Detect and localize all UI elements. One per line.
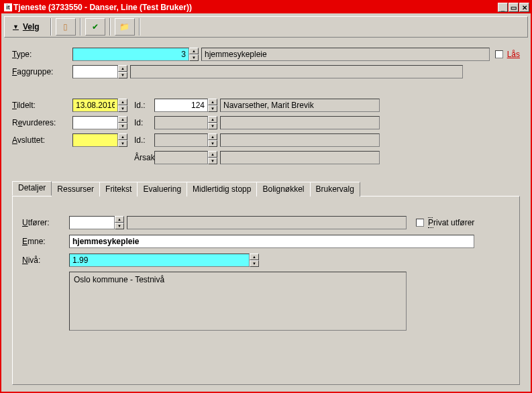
- tildelt-label: Tildelt:: [12, 101, 72, 110]
- spin-down-icon[interactable]: ▼: [189, 54, 199, 61]
- tabpanel-detaljer: Utfører: ▲▼ Privat utfører Emne:: [12, 196, 520, 385]
- app-icon: it: [4, 3, 12, 11]
- type-row: TType:ype: ▲▼ hjemmesykepleie Lås: [12, 47, 520, 62]
- spin-up-icon[interactable]: ▲: [118, 99, 127, 105]
- spin-up-icon[interactable]: ▲: [208, 151, 217, 158]
- type-code-input[interactable]: [72, 48, 189, 61]
- folder-icon: 📁: [119, 22, 129, 32]
- id1-spin[interactable]: ▲▼: [154, 99, 217, 112]
- tab-brukervalg[interactable]: Brukervalg: [310, 182, 360, 196]
- faggruppe-code-spin[interactable]: ▲▼: [72, 65, 127, 78]
- utforer-code-spin[interactable]: ▲▼: [69, 216, 124, 229]
- tab-midlertidig-stopp[interactable]: Midlertidig stopp: [187, 182, 257, 196]
- velg-menu[interactable]: ▼ Velg: [6, 19, 46, 34]
- spin-up-icon[interactable]: ▲: [118, 116, 127, 123]
- niva-text-row: Oslo kommune - Testnivå: [22, 272, 510, 331]
- avsluttet-row: Avsluttet: ▲▼ Id.: ▲▼: [12, 133, 520, 148]
- niva-label: Nivå:: [22, 256, 69, 265]
- arsak-spin[interactable]: ▲▼: [154, 151, 217, 164]
- faggruppe-code-input[interactable]: [72, 65, 118, 78]
- title-label: Tjeneste (3733550 - Danser, Line (Test B…: [13, 3, 192, 12]
- niva-textbox: Oslo kommune - Testnivå: [69, 272, 407, 331]
- minimize-button[interactable]: _: [498, 3, 508, 12]
- separator: [139, 18, 140, 36]
- id2-label: Id:: [127, 118, 154, 127]
- spin-up-icon[interactable]: ▲: [118, 65, 127, 72]
- id1-name-field: Navarsether, Marit Brevik: [220, 99, 380, 112]
- arsak-input[interactable]: [154, 151, 208, 164]
- tab-bolignokkel[interactable]: Bolignøkkel: [256, 182, 310, 196]
- spin-down-icon[interactable]: ▼: [118, 72, 127, 78]
- window-title: it Tjeneste (3733550 - Danser, Line (Tes…: [3, 3, 497, 12]
- spin-down-icon[interactable]: ▼: [118, 105, 127, 112]
- toolbar-btn-3[interactable]: 📁: [115, 18, 135, 36]
- avsluttet-label: Avsluttet:: [12, 135, 72, 145]
- chevron-down-icon: ▼: [13, 23, 19, 30]
- tabs-container: Detaljer Ressurser Fritekst Evaluering M…: [12, 181, 520, 385]
- tab-evaluering[interactable]: Evaluering: [137, 182, 187, 196]
- arsak-row: Årsak ▲▼: [12, 150, 520, 165]
- revurderes-date-input[interactable]: [72, 116, 118, 129]
- spin-up-icon[interactable]: ▲: [208, 99, 217, 105]
- type-desc-field: hjemmesykepleie: [201, 48, 490, 61]
- spin-down-icon[interactable]: ▼: [118, 140, 127, 147]
- revurderes-label: Revurderes:: [12, 118, 72, 127]
- revurderes-date-spin[interactable]: ▲▼: [72, 116, 127, 129]
- id3-spin[interactable]: ▲▼: [154, 133, 217, 147]
- id1-input[interactable]: [154, 99, 208, 112]
- utforer-name-field: [127, 216, 407, 229]
- tab-ressurser[interactable]: Ressurser: [51, 182, 100, 196]
- utforer-code-input[interactable]: [69, 216, 115, 229]
- tildelt-date-spin[interactable]: ▲▼: [72, 99, 127, 112]
- privat-utforer-label: Privat utfører: [428, 218, 474, 227]
- niva-input[interactable]: [69, 254, 250, 267]
- spin-down-icon[interactable]: ▼: [208, 140, 217, 147]
- id2-spin[interactable]: ▲▼: [154, 116, 217, 129]
- spin-down-icon[interactable]: ▼: [208, 105, 217, 112]
- spin-up-icon[interactable]: ▲: [208, 116, 217, 123]
- privat-utforer-checkbox[interactable]: [416, 219, 424, 227]
- close-button[interactable]: ✕: [519, 3, 529, 12]
- id3-input[interactable]: [154, 133, 208, 147]
- lock-checkbox[interactable]: [495, 50, 503, 58]
- spin-up-icon[interactable]: ▲: [208, 133, 217, 140]
- spin-down-icon[interactable]: ▼: [118, 123, 127, 129]
- niva-text-spacer: [22, 272, 69, 331]
- spin-up-icon[interactable]: ▲: [118, 133, 127, 140]
- tab-fritekst[interactable]: Fritekst: [99, 182, 138, 196]
- spin-up-icon[interactable]: ▲: [115, 216, 124, 223]
- velg-label: Velg: [23, 22, 40, 32]
- emne-input[interactable]: [69, 235, 474, 248]
- spin-down-icon[interactable]: ▼: [208, 123, 217, 129]
- spin-up-icon[interactable]: ▲: [250, 254, 259, 260]
- tildelt-date-input[interactable]: [72, 99, 118, 112]
- faggruppe-label: Faggruppe:: [12, 67, 72, 76]
- separator: [50, 18, 52, 36]
- tabstrip: Detaljer Ressurser Fritekst Evaluering M…: [12, 181, 520, 196]
- spin-down-icon[interactable]: ▼: [208, 158, 217, 164]
- avsluttet-date-input[interactable]: [72, 133, 118, 147]
- id2-input[interactable]: [154, 116, 208, 129]
- toolbar-btn-1[interactable]: ▯: [56, 18, 76, 36]
- tab-detaljer[interactable]: Detaljer: [12, 181, 52, 196]
- arsak-desc-field: [220, 151, 380, 164]
- faggruppe-desc-field: [130, 65, 463, 78]
- revurderes-row: Revurderes: ▲▼ Id: ▲▼: [12, 115, 520, 130]
- utforer-row: Utfører: ▲▼ Privat utfører: [22, 215, 510, 230]
- utforer-label: Utfører:: [22, 218, 69, 227]
- emne-label: Emne:: [22, 237, 69, 246]
- arsak-label: Årsak: [127, 153, 154, 162]
- titlebar: it Tjeneste (3733550 - Danser, Line (Tes…: [1, 1, 531, 13]
- emne-row: Emne:: [22, 234, 510, 249]
- spin-down-icon[interactable]: ▼: [115, 223, 124, 229]
- spin-up-icon[interactable]: ▲: [189, 48, 199, 54]
- toolbar: ▼ Velg ▯ ✔ 📁: [4, 16, 528, 38]
- toolbar-btn-2[interactable]: ✔: [85, 18, 105, 36]
- spin-down-icon[interactable]: ▼: [250, 260, 259, 267]
- type-code-spin[interactable]: ▲▼: [72, 48, 199, 61]
- maximize-button[interactable]: ▭: [509, 3, 519, 12]
- id3-name-field: [220, 133, 380, 147]
- niva-spin[interactable]: ▲▼: [69, 254, 259, 267]
- avsluttet-date-spin[interactable]: ▲▼: [72, 133, 127, 147]
- id1-label: Id.:: [127, 101, 154, 110]
